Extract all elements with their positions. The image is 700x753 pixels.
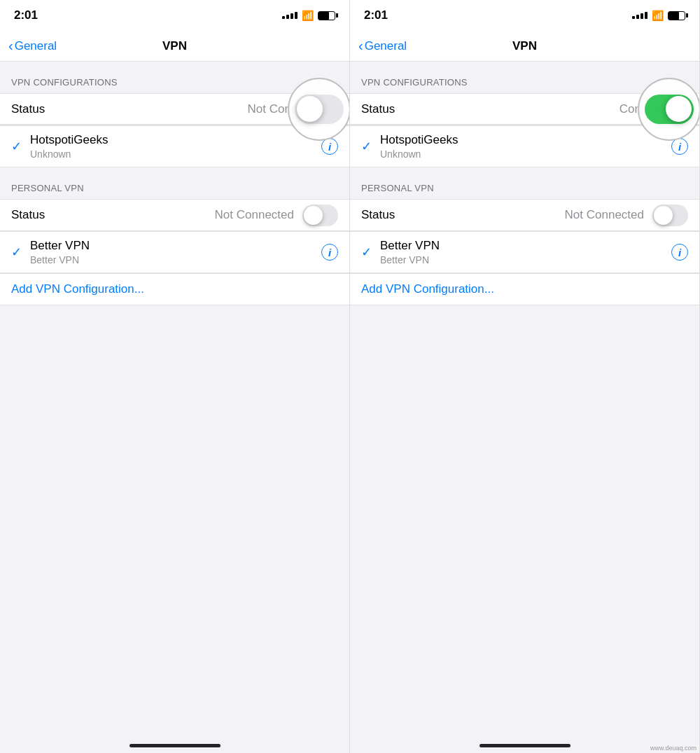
better-vpn-list-right: ✓ Better VPN Better VPN i [350,231,699,273]
vpn-toggle-right[interactable] [645,95,694,124]
zoom-circle-right [638,78,699,141]
content-left: VPN CONFIGURATIONS Status Not Connected [0,62,349,753]
wifi-icon-left: 📶 [302,10,314,21]
vpn-item-subtitle-hotspot-left: Unknown [30,148,321,160]
personal-status-label-right: Status [361,208,410,222]
add-vpn-container-right: Add VPN Configuration... [350,273,699,305]
add-vpn-button-right[interactable]: Add VPN Configuration... [350,274,699,305]
personal-toggle-knob-left [304,206,323,225]
time-right: 2:01 [364,8,388,22]
vpn-item-name-hotspot-right: HotspotiGeeks [380,133,671,147]
back-button-right[interactable]: ‹ General [358,39,407,53]
zoom-circle-left [288,78,349,141]
checkmark-hotspot-right: ✓ [361,139,372,154]
chevron-left-icon-right: ‹ [358,39,363,53]
better-vpn-group-left: ✓ Better VPN Better VPN i [0,231,349,273]
nav-bar-left: ‹ General VPN [0,31,349,62]
toggle-knob-left [297,96,323,122]
info-button-hotspot-right[interactable]: i [671,138,688,155]
back-label-right: General [365,39,407,53]
personal-vpn-group-left: Status Not Connected [0,199,349,231]
info-button-hotspot-left[interactable]: i [321,138,338,155]
personal-status-label-left: Status [11,208,60,222]
vpn-config-group-right: Status Connected [350,93,699,125]
toggle-knob-right [666,96,692,122]
personal-vpn-toggle-left[interactable] [302,205,338,226]
vpn-item-hotspot-right[interactable]: ✓ HotspotiGeeks Unknown i [350,126,699,167]
better-vpn-group-right: ✓ Better VPN Better VPN i [350,231,699,273]
personal-vpn-group-right: Status Not Connected [350,199,699,231]
vpn-item-name-better-left: Better VPN [30,239,321,253]
add-vpn-container-left: Add VPN Configuration... [0,273,349,305]
content-right: VPN CONFIGURATIONS Status Connected [350,62,699,753]
personal-status-value-right: Not Connected [410,208,652,222]
vpn-item-info-hotspot-right: HotspotiGeeks Unknown [380,133,671,160]
personal-vpn-toggle-right[interactable] [652,205,688,226]
vpn-item-name-hotspot-left: HotspotiGeeks [30,133,321,147]
status-label-left: Status [11,102,60,116]
battery-icon-right [668,11,685,20]
better-vpn-list-left: ✓ Better VPN Better VPN i [0,231,349,273]
add-vpn-label-right: Add VPN Configuration... [361,282,494,296]
vpn-status-row-right: Status Connected [350,94,699,125]
signal-icon-right [632,12,648,19]
add-vpn-group-right: Add VPN Configuration... [350,273,699,305]
watermark: www.deuaq.com [650,745,696,752]
status-bar-right: 2:01 📶 [350,0,699,31]
add-vpn-button-left[interactable]: Add VPN Configuration... [0,274,349,305]
time-left: 2:01 [14,8,38,22]
info-button-better-right[interactable]: i [671,244,688,261]
vpn-item-subtitle-better-left: Better VPN [30,254,321,265]
info-button-better-left[interactable]: i [321,244,338,261]
vpn-item-hotspot-left[interactable]: ✓ HotspotiGeeks Unknown i [0,126,349,167]
vpn-item-name-better-right: Better VPN [380,239,671,253]
checkmark-better-right: ✓ [361,244,372,260]
vpn-item-better-right[interactable]: ✓ Better VPN Better VPN i [350,232,699,272]
home-indicator-left [130,744,220,747]
vpn-item-subtitle-hotspot-right: Unknown [380,148,671,160]
vpn-item-better-left[interactable]: ✓ Better VPN Better VPN i [0,232,349,272]
back-label-left: General [15,39,57,53]
personal-status-value-left: Not Connected [60,208,302,222]
status-icons-left: 📶 [282,10,335,21]
personal-vpn-header-left: PERSONAL VPN [0,167,349,199]
vpn-item-info-hotspot-left: HotspotiGeeks Unknown [30,133,321,160]
vpn-toggle-left[interactable] [295,95,344,124]
personal-toggle-knob-right [654,206,673,225]
signal-icon-left [282,12,298,19]
vpn-config-group-left: Status Not Connected [0,93,349,125]
status-label-right: Status [361,102,410,116]
battery-icon-left [318,11,335,20]
checkmark-hotspot-left: ✓ [11,139,22,154]
home-indicator-right [479,744,570,747]
checkmark-better-left: ✓ [11,244,22,260]
personal-vpn-header-right: PERSONAL VPN [350,167,699,199]
right-phone-screen: 2:01 📶 ‹ General VPN VPN CONFIGURATIONS [350,0,700,753]
chevron-left-icon-left: ‹ [8,39,13,53]
vpn-item-info-better-right: Better VPN Better VPN [380,239,671,265]
back-button-left[interactable]: ‹ General [8,39,57,53]
vpn-status-row-left: Status Not Connected [0,94,349,125]
left-phone-screen: 2:01 📶 ‹ General VPN VPN CONFIGURATIONS [0,0,350,753]
personal-status-row-left: Status Not Connected [0,200,349,230]
status-bar-left: 2:01 📶 [0,0,349,31]
status-icons-right: 📶 [632,10,685,21]
add-vpn-group-left: Add VPN Configuration... [0,273,349,305]
add-vpn-label-left: Add VPN Configuration... [11,282,144,296]
vpn-item-info-better-left: Better VPN Better VPN [30,239,321,265]
vpn-item-subtitle-better-right: Better VPN [380,254,671,265]
page-title-left: VPN [162,39,187,53]
nav-bar-right: ‹ General VPN [350,31,699,62]
personal-status-row-right: Status Not Connected [350,200,699,230]
page-title-right: VPN [512,39,537,53]
wifi-icon-right: 📶 [652,10,664,21]
